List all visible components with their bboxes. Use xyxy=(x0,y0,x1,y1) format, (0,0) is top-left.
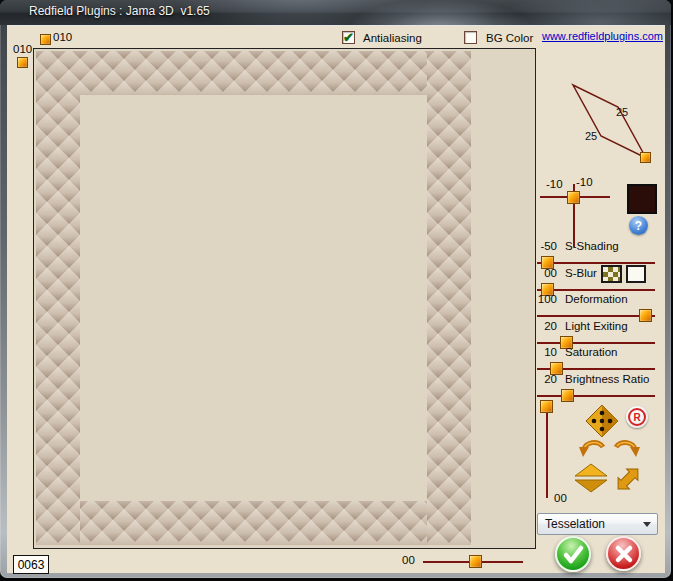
slider-label: 20 Brightness Ratio xyxy=(535,373,667,385)
tesselation-dropdown[interactable]: Tesselation xyxy=(537,513,658,535)
top-offset-handle[interactable] xyxy=(40,34,51,45)
slider-name: S-Blur xyxy=(565,267,597,279)
randomize-dice-icon[interactable] xyxy=(585,404,619,438)
slider-value: 20 xyxy=(535,373,557,385)
bg-color-checkbox[interactable]: ✔ xyxy=(464,31,477,44)
vertical-slider-track[interactable] xyxy=(546,406,548,498)
vertical-slider-handle[interactable] xyxy=(540,400,553,413)
website-link[interactable]: www.redfieldplugins.com xyxy=(535,30,663,42)
cross-y-value: -10 xyxy=(576,176,593,188)
slider-name: Brightness Ratio xyxy=(565,373,649,385)
left-offset-label: 010 xyxy=(13,43,32,55)
antialiasing-checkbox[interactable]: ✔ xyxy=(342,31,355,44)
slider-track[interactable] xyxy=(537,289,655,291)
rotate-right-icon[interactable] xyxy=(610,437,640,459)
slider-label: 10 Saturation xyxy=(535,346,667,358)
bottom-slider-label: 00 xyxy=(402,554,415,566)
help-icon[interactable]: ? xyxy=(629,216,648,235)
slider-value: 10 xyxy=(535,346,557,358)
antialiasing-label: Antialiasing xyxy=(363,32,422,44)
preview-canvas xyxy=(33,48,536,549)
slider-value: 00 xyxy=(535,267,557,279)
slider-value: 100 xyxy=(535,293,557,305)
dropdown-selected-value: Tesselation xyxy=(545,517,643,531)
cancel-button[interactable] xyxy=(606,536,641,571)
plugin-window: Redfield Plugins : Jama 3D v1.65 ✔ Antia… xyxy=(0,0,671,578)
bottom-slider-handle[interactable] xyxy=(469,555,482,568)
left-offset-handle[interactable] xyxy=(17,57,28,68)
preview-pattern-strip-bottom xyxy=(36,501,471,545)
tile-width-value: 25 xyxy=(616,106,628,118)
blur-pattern-button[interactable] xyxy=(601,265,622,283)
slider-handle[interactable] xyxy=(561,389,574,402)
screenshot-root: Redfield Plugins : Jama 3D v1.65 ✔ Antia… xyxy=(0,0,673,581)
vertical-slider-label: 00 xyxy=(554,492,567,504)
dialog-body: ✔ Antialiasing ✔ BG Color www.redfieldpl… xyxy=(7,25,665,573)
ok-button[interactable] xyxy=(555,536,591,572)
diagonal-arrow-icon[interactable] xyxy=(612,463,644,495)
check-icon: ✔ xyxy=(343,32,354,43)
slider-label: 100 Deformation xyxy=(535,293,667,305)
cross-slider-handle[interactable] xyxy=(567,191,580,204)
slider-label: 20 Light Exiting xyxy=(535,320,667,332)
slider-name: Deformation xyxy=(565,293,628,305)
slider-track[interactable] xyxy=(537,342,655,344)
slider-track[interactable] xyxy=(537,368,655,370)
check-icon xyxy=(560,541,586,567)
x-icon xyxy=(612,542,636,566)
slider-track[interactable] xyxy=(537,262,655,264)
slider-label: -50 S-Shading xyxy=(535,240,667,252)
title-bar[interactable]: Redfield Plugins : Jama 3D v1.65 xyxy=(0,0,671,25)
cross-x-value: -10 xyxy=(546,178,563,190)
flip-vertical-icon[interactable] xyxy=(574,463,608,493)
slider-name: Light Exiting xyxy=(565,320,628,332)
slider-name: S-Shading xyxy=(565,240,619,252)
slider-name: Saturation xyxy=(565,346,617,358)
preview-pattern-strip-top xyxy=(36,51,471,95)
preview-pattern-strip-right xyxy=(427,51,471,545)
tile-shape-control: 25 25 xyxy=(532,71,662,191)
bg-color-label: BG Color xyxy=(486,32,533,44)
slider-value: 20 xyxy=(535,320,557,332)
border-color-swatch[interactable] xyxy=(627,184,657,214)
window-title: Redfield Plugins : Jama 3D v1.65 xyxy=(29,4,210,18)
frame-counter: 0063 xyxy=(13,555,49,574)
slider-track[interactable] xyxy=(537,315,655,317)
top-offset-label: 010 xyxy=(53,31,72,43)
slider-row-brightness-ratio: 20 Brightness Ratio xyxy=(535,373,667,407)
rotate-left-icon[interactable] xyxy=(579,437,609,459)
tile-shape-handle[interactable] xyxy=(640,152,651,163)
tile-height-value: 25 xyxy=(585,130,597,142)
reset-r-icon[interactable]: R xyxy=(626,406,648,428)
preview-pattern-strip-left xyxy=(36,51,80,545)
slider-track[interactable] xyxy=(537,395,655,397)
r-letter: R xyxy=(628,408,646,426)
chevron-down-icon xyxy=(643,522,651,527)
blur-color-swatch-button[interactable] xyxy=(626,265,646,283)
slider-value: -50 xyxy=(535,240,557,252)
